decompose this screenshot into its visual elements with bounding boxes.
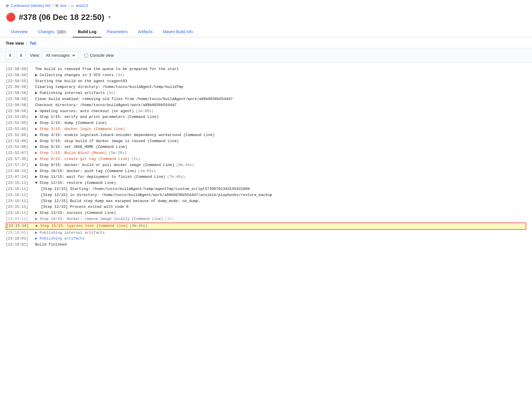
tab-overview[interactable]: Overview: [6, 27, 33, 37]
log-line: [22:57:35]▶ Step 8/15: create git tag (C…: [6, 156, 526, 162]
log-duration: (4s): [165, 217, 174, 221]
tree-view-link[interactable]: Tree view: [6, 41, 24, 46]
breadcrumb-test-link[interactable]: test: [60, 3, 66, 8]
breadcrumb: ⊞ Continuous Delivery NG / ⊞ test / ▭ te…: [0, 0, 532, 10]
log-line[interactable]: [23:15:16]▶ Step 15/15: Cypress test (Co…: [6, 222, 526, 230]
log-message: ▶ Publishing internal artifacts(3s): [35, 90, 115, 96]
log-message: ▶ Step 6/15: set JAVA_HOME (Command Line…: [35, 144, 127, 150]
log-line: [22:50:50]The build is removed from the …: [6, 66, 526, 72]
log-message: ▶ Step 1/15: verify and print parameters…: [35, 114, 159, 120]
log-timestamp: [22:52:06]: [6, 132, 32, 138]
tab-build-log[interactable]: Build Log: [73, 27, 102, 37]
log-message: The build is removed from the queue to b…: [35, 66, 179, 72]
grid-icon-2: ⊞: [55, 3, 58, 8]
view-select-wrap[interactable]: All messages Warnings only Errors only: [42, 51, 79, 59]
log-message: [Step 12/15] Build step dump was escaped…: [35, 198, 200, 204]
log-message: Build finished: [35, 242, 66, 248]
log-timestamp: [23:15:11]: [6, 180, 32, 186]
view-controls: Tree view | Tail: [0, 37, 532, 48]
log-area: [22:50:50]The build is removed from the …: [0, 63, 532, 251]
title-dropdown-arrow[interactable]: ▾: [108, 14, 111, 20]
log-duration: (3s): [107, 91, 115, 95]
log-timestamp: [23:19:01]: [6, 230, 32, 236]
log-line: [22:57:37]▶ Step 9/15: docker: build or …: [6, 162, 526, 168]
console-view-label: Console view: [90, 53, 114, 58]
tab-artifacts[interactable]: Artifacts: [133, 27, 158, 37]
log-duration: (1m:02s): [138, 169, 156, 173]
tab-parameters[interactable]: Parameters: [102, 27, 133, 37]
log-message: [Step 12/15] in directory: /home/tocco/b…: [35, 192, 272, 198]
log-line: [23:07:24]▶ Step 11/15: wait for deploym…: [6, 174, 526, 180]
log-message: ▶ Publishing internal artifacts: [35, 230, 105, 236]
tab-maven-build-info[interactable]: Maven Build Info: [158, 27, 198, 37]
view-label: View:: [30, 53, 40, 58]
log-timestamp: [22:57:37]: [6, 162, 32, 168]
log-line: [22:52:07]▶ Step 7/15: Build Nice2 (Mave…: [6, 150, 526, 156]
log-message: ▶ Updating sources: auto checkout (on ag…: [35, 108, 154, 114]
log-message: ▶ Step 8/15: create git tag (Command Lin…: [35, 156, 140, 162]
log-message: [Step 12/15] Process exited with code 0: [35, 204, 128, 210]
log-duration: (2s): [131, 157, 140, 161]
log-line: [22:50:50]▶ Collecting changes in 3 VCS …: [6, 72, 526, 78]
log-line: [22:52:06]▶ Step 5/15: skip build if doc…: [6, 138, 526, 144]
log-message: ▶ Step 13/15: success (Command Line): [35, 210, 116, 216]
breadcrumb-test213-link[interactable]: test213: [76, 3, 88, 8]
log-message: ▶ Step 3/15: docker login (Command Line): [35, 126, 125, 132]
log-duration: (1m:06s): [136, 109, 153, 113]
console-view-checkbox[interactable]: [84, 54, 88, 57]
log-line: [22:52:05]▶ Step 3/15: docker login (Com…: [6, 126, 526, 132]
log-timestamp: [22:50:58]: [6, 108, 32, 114]
log-duration: (8m:44s): [176, 163, 194, 167]
console-view-wrap[interactable]: Console view: [84, 53, 114, 58]
log-line: [22:52:06]▶ Step 4/15: enable logstash-l…: [6, 132, 526, 138]
log-line: [23:15:11][Step 12/15] Process exited wi…: [6, 204, 526, 210]
log-line: [23:15:11]▼ Step 12/15: restore (Command…: [6, 180, 526, 186]
log-timestamp: [22:52:05]: [6, 114, 32, 120]
log-timestamp: [23:15:11]: [6, 198, 32, 204]
changes-badge: 100+: [56, 30, 67, 34]
breadcrumb-sep-1: /: [52, 3, 54, 8]
log-line: [22:50:58]▶ Publishing internal artifact…: [6, 90, 526, 96]
scroll-bottom-button[interactable]: ⬇: [17, 51, 25, 60]
log-duration: (5m:28s): [109, 151, 127, 155]
log-line: [22:50:58]Clean build enabled: removing …: [6, 96, 526, 102]
tab-bar: Overview Changes100+ Build Log Parameter…: [0, 27, 532, 37]
log-line: [22:50:55]Starting the build on the agen…: [6, 78, 526, 84]
log-message: ▶ Step 7/15: Build Nice2 (Maven)(5m:28s): [35, 150, 127, 156]
log-line: [22:52:05]▶ Step 1/15: verify and print …: [6, 114, 526, 120]
error-status-icon: 🔴: [6, 12, 16, 22]
breadcrumb-cd-link[interactable]: Continuous Delivery NG: [11, 3, 51, 8]
log-timestamp: [22:52:05]: [6, 126, 32, 132]
log-message: ▶ Step 10/15: docker: push tag (Command …: [35, 168, 156, 174]
log-line: [22:52:06]▶ Step 6/15: set JAVA_HOME (Co…: [6, 144, 526, 150]
log-message: ▶ Step 15/15: Cypress test (Command Line…: [36, 223, 147, 229]
log-message: ▶ Publishing artifacts: [35, 236, 85, 242]
log-message: ▶ Step 4/15: enable logstash-loback-enco…: [35, 132, 215, 138]
log-line: [23:15:11]▶ Step 13/15: success (Command…: [6, 210, 526, 216]
log-message: ▶ Step 2/15: dump (Command Line): [35, 120, 107, 126]
scroll-top-button[interactable]: ⬆: [6, 51, 14, 60]
tail-link[interactable]: Tail: [30, 41, 36, 46]
tab-changes[interactable]: Changes100+: [33, 27, 73, 37]
log-timestamp: [22:52:07]: [6, 150, 32, 156]
tab-changes-label: Changes: [38, 29, 54, 34]
log-timestamp: [22:50:58]: [6, 90, 32, 96]
log-line: [22:50:58]▶ Updating sources: auto check…: [6, 108, 526, 114]
breadcrumb-sep-2: /: [68, 3, 69, 8]
log-message: Clean build enabled: removing old files …: [35, 96, 233, 102]
log-line: [22:50:58]Clearing temporary directory: …: [6, 84, 526, 90]
view-select[interactable]: All messages Warnings only Errors only: [45, 53, 76, 58]
log-duration: (4s): [115, 73, 124, 77]
log-timestamp: [23:15:11]: [6, 210, 32, 216]
log-message: ▼ Step 12/15: restore (Command Line): [35, 180, 116, 186]
log-message: ▶ Step 5/15: skip build if docker image …: [35, 138, 179, 144]
log-line: [23:19:01]Build finished: [6, 242, 526, 248]
log-message: Starting the build on the agent tcagent0…: [35, 78, 127, 84]
log-timestamp: [22:57:35]: [6, 156, 32, 162]
log-line: [23:15:11][Step 12/15] Starting: /home/t…: [6, 186, 526, 192]
log-line: [23:15:11][Step 12/15] Build step dump w…: [6, 198, 526, 204]
log-message: Checkout directory: /home/tocco/buildAge…: [35, 102, 176, 108]
page-title-area: 🔴 #378 (06 Dec 18 22:50) ▾: [0, 10, 532, 27]
log-message: ▶ Step 11/15: wait for deployment to fin…: [35, 174, 185, 180]
log-timestamp: [23:15:11]: [6, 186, 32, 192]
